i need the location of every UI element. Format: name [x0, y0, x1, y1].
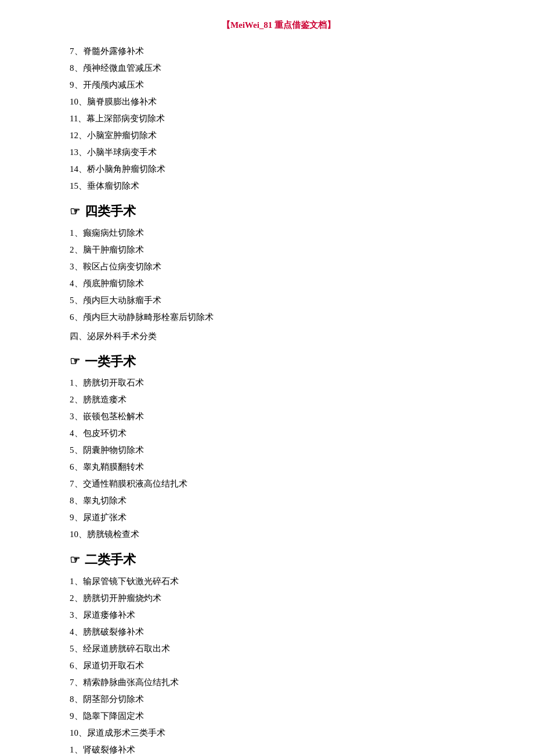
list-item: 5、颅内巨大动脉瘤手术	[70, 293, 488, 308]
list-item: 2、膀胱造瘘术	[70, 392, 488, 408]
list-item: 15、垂体瘤切除术	[70, 178, 488, 194]
list-item: 7、精索静脉曲张高位结扎术	[70, 675, 488, 690]
category-four-surgery: ☞ 四类手术	[70, 200, 488, 223]
list-item: 7、脊髓外露修补术	[70, 44, 488, 59]
list-item: 5、经尿道膀胱碎石取出术	[70, 641, 488, 657]
header-title: 【MeiWei_81 重点借鉴文档】	[70, 17, 488, 33]
list-item: 6、睾丸鞘膜翻转术	[70, 459, 488, 475]
list-item: 5、阴囊肿物切除术	[70, 442, 488, 458]
list-item: 1、癫痫病灶切除术	[70, 225, 488, 241]
list-item: 4、膀胱破裂修补术	[70, 624, 488, 640]
list-item: 12、小脑室肿瘤切除术	[70, 128, 488, 143]
page-content: 7、脊髓外露修补术 8、颅神经微血管减压术 9、开颅颅内减压术 10、脑脊膜膨出…	[70, 44, 488, 756]
section-list-2: 1、癫痫病灶切除术 2、脑干肿瘤切除术 3、鞍区占位病变切除术 4、颅底肿瘤切除…	[70, 225, 488, 325]
list-item: 10、膀胱镜检查术	[70, 527, 488, 542]
list-item: 2、脑干肿瘤切除术	[70, 242, 488, 258]
section-list-4: 1、输尿管镜下钬激光碎石术 2、膀胱切开肿瘤烧灼术 3、尿道瘘修补术 4、膀胱破…	[70, 574, 488, 741]
finger-icon: ☞	[70, 201, 80, 222]
list-item: 4、包皮环切术	[70, 426, 488, 441]
list-item: 10、尿道成形术三类手术	[70, 725, 488, 741]
list-item: 11、幕上深部病变切除术	[70, 111, 488, 127]
list-item: 1、肾破裂修补术	[70, 742, 488, 756]
list-item: 1、输尿管镜下钬激光碎石术	[70, 574, 488, 589]
list-item: 13、小脑半球病变手术	[70, 145, 488, 160]
list-item: 6、尿道切开取石术	[70, 658, 488, 674]
section-list-3: 1、膀胱切开取石术 2、膀胱造瘘术 3、嵌顿包茎松解术 4、包皮环切术 5、阴囊…	[70, 375, 488, 542]
list-item: 9、隐睾下降固定术	[70, 708, 488, 724]
list-item: 14、桥小脑角肿瘤切除术	[70, 161, 488, 177]
finger-icon-3: ☞	[70, 549, 80, 570]
list-item: 8、阴茎部分切除术	[70, 692, 488, 707]
category-one-surgery: ☞ 一类手术	[70, 350, 488, 373]
category-two-surgery: ☞ 二类手术	[70, 548, 488, 571]
main-section-urology: 四、泌尿外科手术分类	[70, 329, 488, 344]
list-item: 8、睾丸切除术	[70, 493, 488, 509]
list-item: 9、开颅颅内减压术	[70, 77, 488, 93]
section-list-5: 1、肾破裂修补术 2、肾肿瘤剜除术 3、肾切除术（特种手术） 4、肾部分切除术 …	[70, 742, 488, 756]
list-item: 8、颅神经微血管减压术	[70, 60, 488, 76]
list-item: 3、尿道瘘修补术	[70, 607, 488, 623]
list-item: 10、脑脊膜膨出修补术	[70, 94, 488, 110]
category-label-3: 二类手术	[85, 548, 136, 571]
list-item: 9、尿道扩张术	[70, 510, 488, 525]
finger-icon-2: ☞	[70, 351, 80, 372]
list-item: 7、交通性鞘膜积液高位结扎术	[70, 476, 488, 492]
category-label-2: 一类手术	[85, 350, 136, 373]
list-item: 4、颅底肿瘤切除术	[70, 276, 488, 291]
list-item: 3、嵌顿包茎松解术	[70, 409, 488, 424]
list-item: 6、颅内巨大动静脉畸形栓塞后切除术	[70, 309, 488, 325]
list-item: 1、膀胱切开取石术	[70, 375, 488, 391]
list-item: 2、膀胱切开肿瘤烧灼术	[70, 591, 488, 606]
section-list-1: 7、脊髓外露修补术 8、颅神经微血管减压术 9、开颅颅内减压术 10、脑脊膜膨出…	[70, 44, 488, 194]
category-label: 四类手术	[85, 200, 136, 223]
list-item: 3、鞍区占位病变切除术	[70, 259, 488, 275]
